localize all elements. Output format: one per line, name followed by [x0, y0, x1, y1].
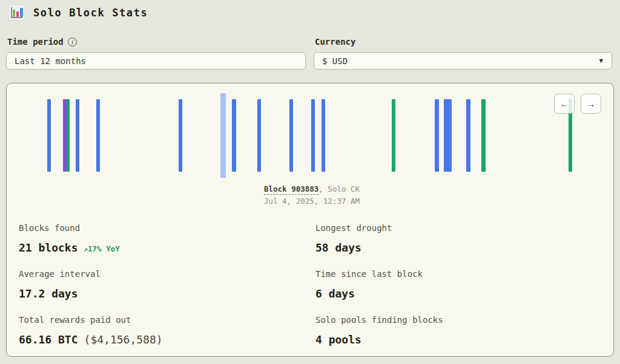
- stat-label: Total rewards paid out: [19, 315, 315, 325]
- stat-label: Average interval: [19, 269, 315, 279]
- stats-grid: Blocks found 21 blocks↗17% YoY Longest d…: [19, 223, 608, 346]
- stat-label: Blocks found: [19, 223, 315, 233]
- stat-total-rewards: Total rewards paid out 66.16 BTC($4,156,…: [19, 315, 315, 346]
- block-bar[interactable]: [47, 99, 51, 172]
- time-period-value: Last 12 months: [15, 56, 86, 66]
- block-bar-highlighted[interactable]: [220, 93, 226, 178]
- stat-value: 58 days: [315, 241, 361, 254]
- stat-label: Longest drought: [315, 223, 608, 233]
- solo-block-stats-panel: ← → Block 903883, Solo CK Jul 4, 2025, 1…: [6, 83, 614, 357]
- stat-solo-pools: Solo pools finding blocks 4 pools: [315, 315, 608, 346]
- next-period-button[interactable]: →: [581, 94, 601, 114]
- block-bar[interactable]: [76, 99, 79, 172]
- block-bar[interactable]: [232, 99, 236, 172]
- block-bar[interactable]: [289, 99, 293, 172]
- stat-blocks-found: Blocks found 21 blocks↗17% YoY: [19, 223, 315, 255]
- stat-value: 17.2 days: [19, 287, 78, 300]
- info-icon[interactable]: i: [68, 37, 77, 47]
- block-bar[interactable]: [96, 99, 100, 172]
- currency-label: Currency: [315, 37, 612, 47]
- stat-value: 66.16 BTC: [19, 333, 78, 346]
- stat-average-interval: Average interval 17.2 days: [19, 269, 315, 301]
- chevron-down-icon: ▼: [599, 57, 603, 65]
- stat-value: 6 days: [315, 287, 355, 300]
- stat-time-since-last-block: Time since last block 6 days: [315, 269, 608, 301]
- prev-period-button[interactable]: ←: [554, 94, 575, 114]
- block-pool-suffix: , Solo CK: [318, 184, 360, 193]
- currency-label-text: Currency: [315, 37, 355, 47]
- time-period-input[interactable]: Last 12 months: [6, 52, 306, 70]
- block-tooltip-datetime: Jul 4, 2025, 12:37 AM: [264, 195, 360, 207]
- currency-value: $ USD: [322, 56, 348, 66]
- block-tooltip: Block 903883, Solo CK Jul 4, 2025, 12:37…: [264, 183, 360, 207]
- stat-label: Solo pools finding blocks: [315, 315, 608, 325]
- block-bar[interactable]: [322, 99, 325, 172]
- block-bar[interactable]: [466, 99, 470, 172]
- block-bar[interactable]: [311, 99, 315, 172]
- currency-select[interactable]: $ USD ▼: [314, 52, 612, 70]
- block-bar[interactable]: [481, 99, 486, 172]
- filter-controls: Time period i Last 12 months Currency $ …: [6, 37, 612, 70]
- stat-value: 4 pools: [315, 333, 361, 346]
- block-bar[interactable]: [67, 99, 70, 172]
- time-period-label-text: Time period: [7, 37, 64, 47]
- page-title: Solo Block Stats: [33, 7, 148, 19]
- block-bar[interactable]: [257, 99, 261, 172]
- app-header: Solo Block Stats: [8, 5, 148, 20]
- yoy-badge: ↗17% YoY: [84, 244, 120, 253]
- block-link[interactable]: Block 903883: [264, 184, 318, 195]
- currency-control: Currency $ USD ▼: [314, 37, 612, 70]
- block-bar[interactable]: [179, 99, 182, 172]
- stat-value: 21 blocks: [19, 241, 78, 254]
- stat-longest-drought: Longest drought 58 days: [315, 223, 608, 255]
- block-bar[interactable]: [444, 99, 452, 172]
- bar-chart-icon: [8, 5, 25, 20]
- block-bar[interactable]: [435, 99, 439, 172]
- block-tooltip-line1: Block 903883, Solo CK: [264, 183, 360, 195]
- block-bar[interactable]: [392, 99, 395, 172]
- time-period-label: Time period i: [7, 37, 306, 47]
- stat-value-fiat: ($4,156,588): [84, 333, 163, 346]
- timeline-nav: ← →: [554, 94, 601, 114]
- stat-label: Time since last block: [315, 269, 608, 279]
- time-period-control: Time period i Last 12 months: [6, 37, 306, 70]
